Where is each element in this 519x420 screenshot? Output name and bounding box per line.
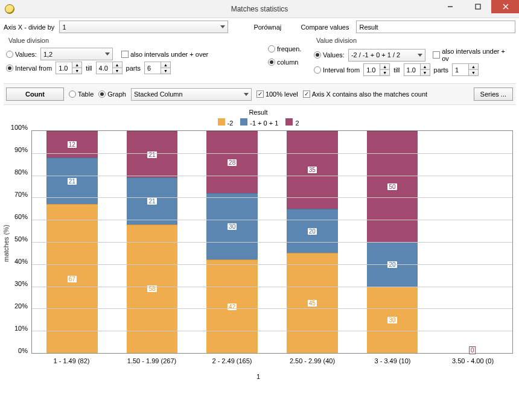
bar-segment: 21	[127, 177, 178, 224]
left-values-sel: 1,2	[43, 51, 53, 58]
count-button[interactable]: Count	[6, 88, 64, 101]
right-parts-label: parts	[434, 66, 448, 74]
compare-frequen-radio[interactable]: frequen.	[268, 45, 301, 52]
compare-values-input[interactable]: Result	[356, 21, 515, 33]
maximize-button[interactable]	[463, 0, 491, 13]
left-interval-from[interactable]: 1.0 ▲▼	[56, 62, 82, 74]
graph-radio[interactable]: Graph	[98, 91, 126, 98]
bar-value-label: 30	[387, 317, 396, 323]
bar-value-label: 35	[308, 167, 317, 173]
right-interval-from[interactable]: 1.0 ▲▼	[363, 63, 390, 76]
right-value-division-panel: Value division Values: -2 / -1 + 0 + 1 /…	[311, 34, 515, 81]
compare-panel: frequen. column	[266, 34, 309, 81]
bar-value-label: 21	[68, 178, 77, 185]
bar-segment: 21	[127, 131, 178, 177]
bar-value-label: 50	[387, 183, 396, 190]
chart-legend: -2 -1 + 0 + 1 2	[4, 118, 513, 127]
compare-panel-title: Porównaj	[253, 24, 297, 31]
compare-values-value: Result	[359, 24, 378, 31]
x-tick: 2 - 2.49 (165)	[192, 357, 272, 364]
graph-type-value: Stacked Column	[134, 91, 183, 98]
bar-segment: 20	[287, 209, 338, 253]
x-tick: 3 - 3.49 (10)	[352, 357, 433, 364]
level100-check[interactable]: 100% level	[256, 91, 298, 98]
zero-label: 0	[469, 346, 476, 354]
svg-rect-1	[476, 4, 480, 9]
y-axis: 100%90%80%70%60%50%40%30%20%10%0%	[4, 130, 31, 354]
legend-0: -2	[228, 119, 234, 127]
x-tick: 1 - 1.49 (82)	[31, 357, 112, 364]
close-button[interactable]	[491, 0, 519, 13]
right-also-intervals-check[interactable]: also intervals under + ov	[433, 48, 513, 62]
minimize-button[interactable]	[436, 0, 463, 13]
window-buttons	[436, 0, 519, 18]
left-also-intervals-check[interactable]: also intervals under + over	[121, 51, 208, 58]
axisx-label: Axis X - divide by	[4, 24, 56, 31]
x-axis: 1 - 1.49 (82)1.50 - 1.99 (267)2 - 2.49 (…	[31, 357, 513, 364]
axisx-value: 1	[62, 24, 66, 31]
right-interval-radio[interactable]: Interval from	[314, 66, 360, 74]
bar-segment: 45	[287, 253, 338, 353]
bar-value-label: 20	[308, 228, 317, 235]
legend-1: -1 + 0 + 1	[250, 119, 278, 127]
right-group-title: Value division	[314, 36, 513, 46]
x-axis-label: 1	[4, 373, 513, 380]
bar-segment: 50	[367, 131, 418, 242]
left-group-title: Value division	[6, 36, 261, 46]
bar-value-label: 12	[68, 141, 77, 148]
right-values-radio[interactable]: Values:	[314, 51, 345, 59]
x-tick: 2.50 - 2.99 (40)	[272, 357, 352, 364]
plot: 6721125821214230284520353020500	[31, 130, 513, 354]
x-tick: 1.50 - 1.99 (267)	[112, 357, 192, 364]
bar-segment: 30	[206, 193, 258, 259]
bar-segment: 58	[127, 224, 178, 353]
right-values-combo[interactable]: -2 / -1 + 0 + 1 / 2	[348, 49, 425, 62]
right-interval-till[interactable]: 1.0 ▲▼	[404, 63, 430, 76]
right-values-sel: -2 / -1 + 0 + 1 / 2	[351, 51, 400, 59]
x-tick: 3.50 - 4.00 (0)	[433, 357, 513, 364]
table-radio[interactable]: Table	[69, 91, 94, 98]
bar-value-label: 67	[68, 276, 77, 282]
left-till-label: till	[86, 65, 92, 72]
left-interval-till[interactable]: 4.0 ▲▼	[96, 62, 123, 74]
series-button[interactable]: Series ...	[474, 88, 513, 101]
bar-segment: 28	[206, 131, 258, 193]
bar-value-label: 21	[147, 151, 156, 158]
left-values-radio[interactable]: Values:	[6, 51, 37, 58]
graph-type-combo[interactable]: Stacked Column	[131, 88, 252, 101]
app-icon	[5, 4, 14, 14]
legend-2: 2	[295, 119, 299, 127]
chevron-down-icon	[105, 52, 110, 56]
right-till-label: till	[393, 66, 400, 74]
bar-value-label: 30	[228, 223, 237, 230]
chevron-down-icon	[220, 25, 225, 28]
compare-values-label: Compare values	[301, 24, 349, 31]
chart-area: Result -2 -1 + 0 + 1 2 matches (%) 100%9…	[0, 105, 519, 418]
left-values-combo[interactable]: 1,2	[40, 48, 113, 60]
bar-value-label: 28	[228, 159, 237, 166]
axisx-combo[interactable]: 1	[59, 21, 228, 33]
bar-value-label: 21	[147, 198, 156, 205]
left-value-division-panel: Value division Values: 1,2 also interval…	[4, 34, 263, 81]
titlebar: Matches statistics	[0, 0, 519, 18]
right-parts[interactable]: 1 ▲▼	[452, 63, 479, 76]
left-parts[interactable]: 6 ▲▼	[144, 62, 171, 74]
chevron-down-icon	[418, 54, 422, 57]
left-parts-label: parts	[126, 65, 141, 72]
bar-segment: 42	[206, 259, 258, 353]
left-interval-radio[interactable]: Interval from	[6, 65, 52, 72]
matches-count-check[interactable]: Axis X contains also the matches count	[303, 91, 427, 98]
bar-segment: 30	[367, 287, 418, 353]
bar-value-label: 45	[308, 300, 317, 307]
chevron-down-icon	[244, 93, 249, 96]
compare-column-radio[interactable]: column	[268, 59, 298, 66]
chart-title: Result	[4, 109, 513, 116]
